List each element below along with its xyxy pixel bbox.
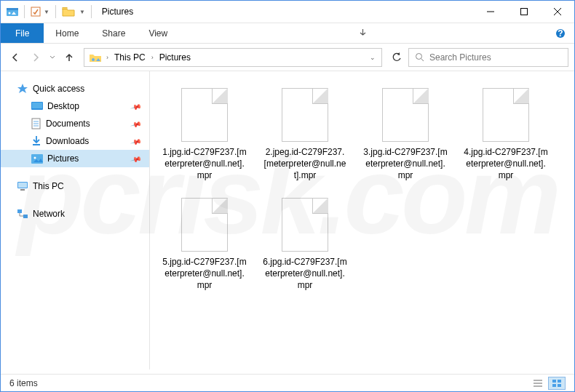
qat-dropdown-icon[interactable]: ▼ xyxy=(44,9,49,15)
item-count: 6 items xyxy=(9,378,38,388)
app-icon xyxy=(7,7,18,17)
back-button[interactable] xyxy=(7,49,24,66)
this-pc-icon xyxy=(17,181,28,191)
file-item[interactable]: 3.jpg.id-C279F237.[meterpreter@null.net]… xyxy=(358,83,453,187)
desktop-icon xyxy=(31,102,43,111)
file-item[interactable]: 5.jpg.id-C279F237.[meterpreter@null.net]… xyxy=(157,193,252,297)
file-name: 6.jpg.id-C279F237.[meterpreter@null.net]… xyxy=(263,256,347,292)
pictures-icon xyxy=(31,154,43,164)
file-name: 5.jpg.id-C279F237.[meterpreter@null.net]… xyxy=(162,256,247,292)
file-icon xyxy=(181,88,228,142)
svg-rect-6 xyxy=(521,9,528,15)
svg-point-11 xyxy=(92,58,95,61)
address-bar[interactable]: › This PC › Pictures ⌄ xyxy=(84,48,382,67)
tab-home[interactable]: Home xyxy=(44,23,90,43)
svg-line-13 xyxy=(421,58,424,61)
search-input[interactable] xyxy=(429,52,562,63)
pin-icon: 📌 xyxy=(130,135,142,147)
sidebar-item-downloads[interactable]: Downloads 📌 xyxy=(1,132,149,150)
svg-point-22 xyxy=(34,156,36,159)
pin-icon: 📌 xyxy=(130,100,142,112)
file-icon xyxy=(382,88,429,142)
thumbnails-view-button[interactable] xyxy=(548,377,566,390)
file-icon xyxy=(483,88,529,142)
tab-view[interactable]: View xyxy=(137,23,179,43)
file-grid: 1.jpg.id-C279F237.[meterpreter@null.net]… xyxy=(157,83,567,296)
file-name: 4.jpg.id-C279F237.[meterpreter@null.net]… xyxy=(464,146,548,182)
help-button[interactable]: ? xyxy=(547,23,574,43)
svg-point-2 xyxy=(9,12,11,15)
downloads-icon xyxy=(31,135,41,147)
svg-rect-32 xyxy=(558,380,561,383)
view-switcher xyxy=(529,377,566,390)
svg-rect-31 xyxy=(552,380,556,383)
chevron-right-icon[interactable]: › xyxy=(150,54,155,61)
sidebar-quick-access[interactable]: Quick access xyxy=(1,80,149,97)
pin-icon: 📌 xyxy=(130,153,142,164)
explorer-body: Quick access Desktop 📌 Documents 📌 Downl… xyxy=(1,71,574,369)
svg-rect-3 xyxy=(31,7,40,16)
properties-icon[interactable] xyxy=(31,7,41,17)
svg-rect-24 xyxy=(18,183,27,188)
svg-rect-15 xyxy=(32,103,42,108)
chevron-right-icon[interactable]: › xyxy=(105,54,110,61)
maximize-button[interactable] xyxy=(507,1,541,23)
window-title: Pictures xyxy=(102,7,133,17)
file-icon xyxy=(181,198,228,252)
svg-rect-21 xyxy=(31,154,43,164)
sidebar-network[interactable]: Network xyxy=(1,205,149,223)
minimize-button[interactable] xyxy=(474,1,507,23)
file-item[interactable]: 2.jpeg.id-C279F237.[meterpreter@null.net… xyxy=(258,83,352,187)
file-item[interactable]: 6.jpg.id-C279F237.[meterpreter@null.net]… xyxy=(258,193,352,297)
svg-rect-20 xyxy=(33,144,40,145)
file-icon xyxy=(282,198,328,252)
svg-rect-33 xyxy=(552,384,556,387)
address-dropdown-icon[interactable]: ⌄ xyxy=(365,54,380,61)
sidebar-item-documents[interactable]: Documents 📌 xyxy=(1,115,149,132)
folder-icon xyxy=(62,7,75,17)
breadcrumb-pictures[interactable]: Pictures xyxy=(155,51,195,64)
svg-rect-25 xyxy=(20,189,25,191)
sidebar-label: Quick access xyxy=(33,84,84,94)
svg-point-12 xyxy=(416,53,422,59)
close-button[interactable] xyxy=(541,1,574,23)
file-item[interactable]: 1.jpg.id-C279F237.[meterpreter@null.net]… xyxy=(157,83,252,187)
svg-text:?: ? xyxy=(558,28,563,39)
file-item[interactable]: 4.jpg.id-C279F237.[meterpreter@null.net]… xyxy=(459,83,553,187)
titlebar-chevron-icon[interactable]: ▼ xyxy=(79,9,85,15)
up-button[interactable] xyxy=(60,49,78,66)
svg-rect-27 xyxy=(23,215,28,218)
sidebar-label: Network xyxy=(33,209,65,219)
search-icon xyxy=(415,52,425,63)
sidebar-label: Pictures xyxy=(47,153,79,164)
file-icon xyxy=(282,88,328,142)
svg-rect-4 xyxy=(63,8,67,9)
svg-rect-34 xyxy=(558,384,561,387)
file-name: 2.jpeg.id-C279F237.[meterpreter@null.net… xyxy=(263,146,347,182)
breadcrumb-this-pc[interactable]: This PC xyxy=(110,51,150,64)
forward-button[interactable] xyxy=(27,49,44,66)
tab-share[interactable]: Share xyxy=(90,23,137,43)
location-folder-icon xyxy=(89,52,102,63)
quick-access-icon xyxy=(17,83,28,95)
documents-icon xyxy=(31,118,41,129)
quick-access-toolbar: ▼ ▼ xyxy=(1,5,96,18)
sidebar-item-pictures[interactable]: Pictures 📌 xyxy=(1,150,149,167)
sidebar-item-desktop[interactable]: Desktop 📌 xyxy=(1,97,149,115)
network-icon xyxy=(17,209,28,219)
window-controls xyxy=(474,1,574,23)
file-tab[interactable]: File xyxy=(1,23,44,43)
svg-rect-1 xyxy=(7,8,18,10)
title-bar: ▼ ▼ Pictures xyxy=(1,1,574,23)
sidebar-label: Downloads xyxy=(46,136,89,146)
sidebar-label: Desktop xyxy=(47,101,79,111)
recent-locations-button[interactable] xyxy=(47,49,58,66)
sidebar-label: Documents xyxy=(46,119,90,129)
details-view-button[interactable] xyxy=(529,377,547,390)
ribbon-options[interactable] xyxy=(350,23,376,43)
status-bar: 6 items xyxy=(1,374,574,391)
search-box[interactable] xyxy=(408,48,568,67)
refresh-button[interactable] xyxy=(388,49,405,66)
file-view[interactable]: 1.jpg.id-C279F237.[meterpreter@null.net]… xyxy=(150,71,574,369)
sidebar-this-pc[interactable]: This PC xyxy=(1,177,149,195)
